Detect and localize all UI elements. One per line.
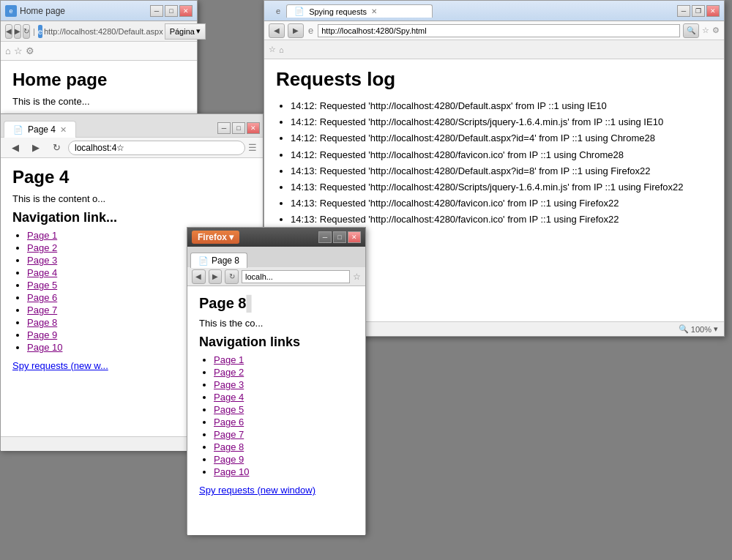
- forward-button[interactable]: ▶: [27, 140, 45, 156]
- nav-link-7[interactable]: Page 7: [214, 429, 244, 440]
- list-item: 14:12: Requested 'http://localhost:4280/…: [291, 116, 712, 129]
- list-item: Page 9: [214, 454, 354, 465]
- minimize-button[interactable]: ─: [150, 5, 163, 17]
- refresh-button[interactable]: ↻: [23, 24, 30, 39]
- chrome-page4-nav-heading: Navigation link...: [12, 210, 251, 225]
- back-button[interactable]: ◀: [192, 269, 206, 284]
- firefox-page8-nav-list: Page 1 Page 2 Page 3 Page 4 Page 5 Page …: [199, 354, 354, 477]
- firefox-address-input[interactable]: [242, 270, 350, 283]
- list-item: Page 2: [214, 367, 354, 378]
- spy-link[interactable]: Spy requests (new w...: [12, 360, 108, 371]
- chrome-tools-icon[interactable]: ☰: [248, 142, 257, 153]
- spy-win-controls: ─ ❐ ✕: [677, 5, 720, 17]
- firefox-page8-nav-heading: Navigation links: [199, 335, 354, 350]
- nav-link-1[interactable]: Page 1: [27, 230, 57, 241]
- maximize-button[interactable]: □: [333, 231, 346, 243]
- list-item: 14:13: Requested 'http://localhost:4280/…: [291, 165, 712, 178]
- nav-link-5[interactable]: Page 5: [214, 404, 244, 415]
- nav-link-5[interactable]: Page 5: [27, 280, 57, 291]
- home-toolbar-icon: ⌂: [279, 45, 284, 54]
- list-item: Page 8: [214, 441, 354, 452]
- bookmark-icon[interactable]: ☆: [702, 26, 709, 35]
- list-item: Page 7: [214, 429, 354, 440]
- minimize-button[interactable]: ─: [677, 5, 690, 17]
- spy-tab[interactable]: 📄 Spying requests ✕: [286, 4, 433, 18]
- spy-address-bar: ◀ ▶ e 🔍 ☆ ⚙: [264, 21, 724, 40]
- spy-tab-close[interactable]: ✕: [371, 7, 377, 15]
- firefox-page8-heading: Page 8▌: [199, 295, 354, 312]
- nav-link-6[interactable]: Page 6: [214, 417, 244, 428]
- close-button[interactable]: ✕: [348, 231, 361, 243]
- back-button[interactable]: ◀: [269, 23, 285, 38]
- nav-link-4[interactable]: Page 4: [27, 267, 57, 278]
- chrome-tab-close[interactable]: ✕: [60, 125, 67, 135]
- page-icon: 📄: [13, 125, 23, 135]
- maximize-button[interactable]: □: [232, 122, 245, 134]
- firefox-page8-content: Page 8▌ This is the co... Navigation lin…: [187, 286, 365, 535]
- forward-button[interactable]: ▶: [288, 23, 304, 38]
- close-button[interactable]: ✕: [179, 5, 193, 17]
- restore-button[interactable]: ❐: [692, 5, 705, 17]
- ie-home-heading: Home page: [12, 70, 185, 90]
- ie-home-win-controls: ─ □ ✕: [150, 5, 193, 17]
- minimize-button[interactable]: ─: [318, 231, 332, 243]
- chrome-tab-title: Page 4: [28, 124, 56, 135]
- list-item: 14:13: Requested 'http://localhost:4280/…: [291, 197, 712, 210]
- chrome-tab[interactable]: 📄 Page 4 ✕: [4, 121, 76, 138]
- firefox-page8-nav: Navigation links Page 1 Page 2 Page 3 Pa…: [199, 335, 354, 477]
- chrome-page4-heading: Page 4: [12, 167, 251, 187]
- firefox-app-button[interactable]: Firefox ▾: [192, 231, 239, 244]
- nav-link-3[interactable]: Page 3: [214, 379, 244, 390]
- list-item: Page 1: [214, 354, 354, 365]
- nav-link-8[interactable]: Page 8: [27, 317, 57, 328]
- list-item: 14:12: Requested 'http://localhost:4280/…: [291, 100, 712, 113]
- ff-fav-icon[interactable]: ☆: [353, 272, 361, 282]
- zoom-dropdown[interactable]: ▾: [714, 324, 718, 334]
- home-icon[interactable]: ⌂: [5, 45, 11, 56]
- pagina-button[interactable]: Página ▾: [165, 23, 206, 40]
- chrome-address-bar: ◀ ▶ ↻ ☰: [1, 138, 263, 158]
- nav-link-8[interactable]: Page 8: [214, 441, 244, 452]
- ie-home-toolbar: ◀ ▶ ↻ | e http://localhost:4280/Default.…: [1, 21, 197, 42]
- chrome-address-input[interactable]: [68, 141, 245, 155]
- nav-link-2[interactable]: Page 2: [27, 242, 57, 253]
- ie-tab-icon: e: [276, 7, 280, 15]
- forward-button[interactable]: ▶: [209, 269, 223, 284]
- forward-button[interactable]: ▶: [14, 24, 21, 39]
- star-icon[interactable]: ☆: [14, 45, 23, 56]
- firefox-title-bar: Firefox ▾ ─ □ ✕: [187, 228, 365, 247]
- ie-page-icon: 📄: [294, 7, 305, 16]
- chrome-title-bar: 📄 Page 4 ✕ ─ □ ✕: [1, 114, 263, 138]
- refresh-button[interactable]: ↻: [48, 140, 65, 156]
- nav-link-3[interactable]: Page 3: [27, 255, 57, 266]
- search-button[interactable]: 🔍: [683, 23, 699, 38]
- spy-address-input[interactable]: [318, 24, 680, 37]
- close-button[interactable]: ✕: [706, 5, 720, 17]
- spy-title-bar: e 📄 Spying requests ✕ ─ ❐ ✕: [264, 1, 724, 21]
- back-button[interactable]: ◀: [5, 24, 12, 39]
- refresh-button[interactable]: ↻: [225, 269, 239, 284]
- ie-toolbar-icon: e: [38, 25, 42, 38]
- firefox-page8-intro: This is the co...: [199, 318, 354, 329]
- nav-link-6[interactable]: Page 6: [27, 292, 57, 303]
- tools-icon[interactable]: ⚙: [26, 45, 34, 56]
- minimize-button[interactable]: ─: [217, 122, 231, 134]
- nav-link-9[interactable]: Page 9: [214, 454, 244, 465]
- back-button[interactable]: ◀: [7, 140, 24, 156]
- nav-link-2[interactable]: Page 2: [214, 367, 244, 378]
- zoom-value: 100%: [691, 325, 712, 334]
- nav-link-7[interactable]: Page 7: [27, 305, 57, 316]
- nav-link-10[interactable]: Page 10: [27, 342, 62, 353]
- nav-link-1[interactable]: Page 1: [214, 354, 244, 365]
- firefox-tab[interactable]: 📄 Page 8: [190, 253, 247, 268]
- spy-link[interactable]: Spy requests (new window): [199, 485, 315, 496]
- nav-link-4[interactable]: Page 4: [214, 392, 244, 403]
- maximize-button[interactable]: □: [165, 5, 178, 17]
- nav-link-9[interactable]: Page 9: [27, 329, 57, 340]
- title-bar-left: e Home page: [5, 5, 65, 17]
- tools-icon[interactable]: ⚙: [712, 26, 720, 35]
- nav-link-10[interactable]: Page 10: [214, 466, 249, 477]
- firefox-address-bar: ◀ ▶ ↻ ☆: [187, 267, 365, 286]
- zoom-control: 🔍 100% ▾: [679, 324, 718, 334]
- close-button[interactable]: ✕: [247, 122, 260, 134]
